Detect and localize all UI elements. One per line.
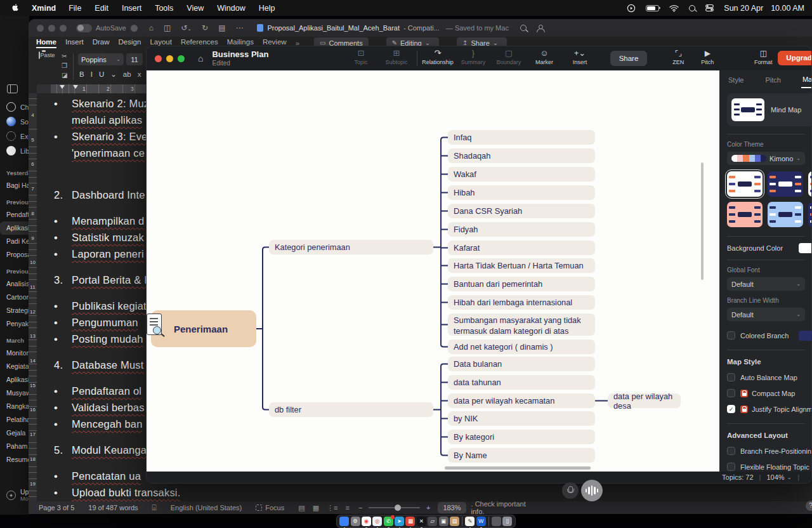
theme-thumbnail[interactable] (768, 202, 803, 227)
dock-system-settings-icon[interactable]: ⚙ (351, 517, 360, 526)
option-checkbox[interactable] (727, 389, 735, 397)
option-checkbox[interactable] (727, 447, 735, 455)
format-button[interactable]: B (79, 70, 84, 78)
zoom-out-button[interactable]: − (358, 504, 362, 512)
format-button[interactable]: U (99, 70, 104, 78)
pitch-mode-button[interactable]: ▶Pitch (693, 49, 722, 65)
more-toolbar-icon[interactable]: ⋯ (235, 23, 243, 32)
dock-xmind-icon[interactable]: ✕ (417, 517, 426, 526)
option-checkbox[interactable]: ✓ (727, 405, 735, 413)
chat-history-item[interactable]: Bagi Has (0, 179, 29, 192)
chat-history-item[interactable]: Resume (0, 453, 29, 466)
dock-trash-icon[interactable]: ▯ (502, 517, 512, 526)
theme-thumbnail[interactable] (808, 171, 812, 197)
help-button[interactable]: ? (806, 501, 812, 511)
color-theme-select[interactable]: Kimono ⌄ (727, 152, 805, 165)
dock-books-icon[interactable]: ▤ (450, 517, 459, 526)
chat-history-item[interactable]: Musyaw (0, 386, 29, 400)
dock-photo-booth-icon[interactable]: ▣ (439, 517, 449, 526)
redo-icon[interactable]: ↻ (202, 23, 208, 32)
subtopic[interactable]: data tahunan (448, 375, 595, 390)
undo-icon[interactable]: ↺⌄ (181, 23, 192, 32)
share-user-icon[interactable] (537, 25, 544, 32)
chat-history-item[interactable]: Pendafta (0, 208, 29, 221)
apple-menu-icon[interactable] (11, 4, 20, 13)
subtopic[interactable]: Kafarat (448, 241, 595, 255)
language-indicator[interactable]: English (United States) (171, 504, 242, 512)
word-traffic-lights[interactable] (37, 25, 71, 32)
panel-tab[interactable]: Pitch (764, 72, 782, 88)
colored-branch-swatch[interactable] (799, 331, 812, 341)
subtopic[interactable]: Hibah dari lembaga internasional (448, 295, 595, 310)
dock-chrome-icon[interactable]: ◉ (362, 517, 371, 526)
screen-record-icon[interactable] (627, 4, 636, 13)
menu-item[interactable]: Help (259, 4, 275, 13)
subtopic[interactable]: data per wilayah desa (608, 393, 681, 408)
word-search-icon[interactable] (520, 25, 527, 31)
main-topic[interactable]: Kategori penerimaan (269, 240, 433, 254)
chat-history-item[interactable]: Aplikasi (0, 221, 29, 235)
chat-history-item[interactable]: Padi Ken (0, 235, 29, 248)
save-icon[interactable]: ◫ (164, 23, 171, 32)
subtopic[interactable]: By Name (448, 448, 595, 463)
zoom-percent[interactable]: 183% (438, 502, 466, 513)
structure-card[interactable]: Mind Map (727, 93, 812, 126)
theme-thumbnail[interactable] (727, 202, 763, 227)
subtopic[interactable]: Data bulanan (448, 357, 595, 371)
microphone-icon[interactable] (562, 482, 579, 499)
chat-history-item[interactable]: Kegiatan (0, 360, 29, 373)
autosave-toggle[interactable]: AutoSave (76, 24, 138, 32)
proofing-icon[interactable]: ⌻ (152, 503, 157, 512)
panel-tab[interactable]: Style (727, 72, 745, 88)
menu-item[interactable]: Window (217, 4, 245, 13)
ribbon-tab[interactable]: Draw (93, 38, 110, 48)
battery-icon[interactable] (646, 5, 659, 11)
subtopic[interactable]: data per wilayah kecamatan (448, 393, 595, 408)
format-panel-button[interactable]: ◫Format (749, 49, 778, 65)
dock-minimized-window-icon[interactable] (492, 517, 501, 526)
tool-insert-button[interactable]: +⌄Insert (562, 48, 598, 65)
format-button[interactable]: ⌄ (110, 70, 117, 79)
theme-thumbnail[interactable] (808, 202, 812, 227)
subtopic[interactable]: Hibah (448, 185, 595, 200)
active-app-name[interactable]: Xmind (32, 4, 56, 13)
sidebar-nav-item[interactable]: Lib (0, 143, 29, 158)
sidebar-nav-item[interactable]: Exp (0, 129, 29, 143)
panel-tab[interactable]: Map (801, 72, 812, 88)
word-count[interactable]: 19 of 487 words (88, 504, 138, 512)
dock-browser-icon[interactable]: ◎ (372, 517, 382, 526)
copy-icon[interactable]: ❐ (62, 61, 67, 70)
subtopic[interactable]: Infaq (448, 130, 595, 145)
menubar-date[interactable]: Sun 20 Apr (724, 4, 763, 13)
indent-marker[interactable] (73, 85, 78, 89)
dock-keynote-icon[interactable]: ▦ (405, 517, 415, 526)
cut-icon[interactable]: ✂ (62, 51, 67, 61)
draft-view-icon[interactable]: ≡ (345, 504, 349, 512)
home-icon[interactable]: ⌂ (149, 23, 154, 32)
font-size-select[interactable]: 11 (126, 53, 143, 65)
ribbon-tab[interactable]: Design (119, 38, 141, 48)
format-button[interactable]: ab (123, 70, 131, 78)
main-topic[interactable]: db filter (269, 402, 433, 417)
subtopic[interactable]: Bantuan dari pemerintah (448, 277, 595, 291)
chat-history-item[interactable]: Paham A (0, 440, 29, 453)
xmind-home-icon[interactable]: ⌂ (198, 53, 203, 63)
ribbon-tab[interactable]: Home (36, 38, 56, 48)
mindmap-canvas[interactable]: PenerimaanKategori penerimaandb filterIn… (147, 70, 719, 473)
waveform-button[interactable] (581, 480, 603, 501)
zoom-slider[interactable] (369, 507, 420, 508)
theme-thumbnail[interactable] (727, 171, 763, 197)
zen-mode-button[interactable]: ⌜⌟ZEN (664, 49, 693, 65)
outline-view-icon[interactable]: ⋮≡ (327, 504, 337, 512)
page-indicator[interactable]: Page 3 of 5 (39, 504, 74, 512)
ribbon-tab[interactable]: Insert (65, 38, 84, 48)
xmind-share-button[interactable]: Share (610, 51, 648, 66)
horizontal-scrollbar[interactable] (445, 466, 591, 470)
paste-button[interactable]: Paste (36, 52, 58, 58)
subtopic[interactable]: Fidyah (448, 222, 595, 237)
option-checkbox[interactable] (727, 463, 735, 471)
web-layout-view-icon[interactable]: ▦ (313, 504, 319, 512)
print-icon[interactable]: ▤ (218, 23, 225, 32)
chat-history-item[interactable]: Gejala (0, 426, 29, 440)
sidebar-nav-item[interactable]: Cha (0, 100, 29, 114)
